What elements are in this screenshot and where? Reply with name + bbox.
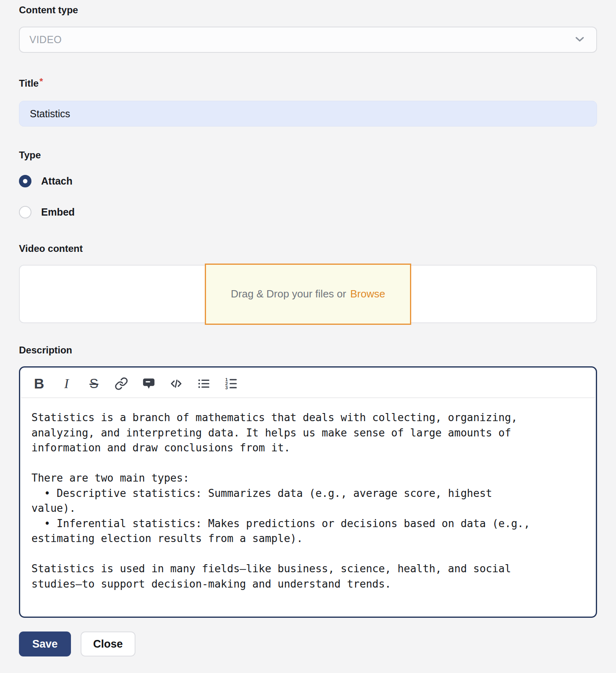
form-actions: Save Close — [19, 631, 597, 656]
content-type-label: Content type — [19, 4, 597, 16]
content-type-select[interactable]: VIDEO — [19, 27, 597, 53]
video-upload-container: Drag & Drop your files or Browse — [19, 265, 597, 323]
strikethrough-icon[interactable]: S — [86, 376, 102, 392]
ordered-list-icon[interactable]: 123 — [223, 376, 239, 392]
description-editor: B I S 123 Statistics is a branch of math… — [19, 366, 597, 618]
type-label: Type — [19, 149, 597, 161]
comment-icon[interactable] — [141, 376, 156, 392]
radio-label-attach: Attach — [41, 175, 73, 187]
italic-icon[interactable]: I — [59, 376, 74, 392]
dropzone-text: Drag & Drop your files or — [231, 288, 346, 300]
svg-text:3: 3 — [225, 385, 228, 390]
file-dropzone[interactable]: Drag & Drop your files or Browse — [205, 264, 411, 325]
chevron-down-icon — [573, 32, 587, 48]
radio-unselected-icon[interactable] — [19, 206, 31, 218]
bullet-list-icon[interactable] — [196, 376, 211, 392]
title-input[interactable] — [19, 101, 597, 127]
link-icon[interactable] — [114, 376, 129, 392]
content-type-value: VIDEO — [29, 34, 62, 46]
save-button[interactable]: Save — [19, 631, 71, 656]
video-content-label: Video content — [19, 243, 597, 255]
close-button[interactable]: Close — [81, 631, 135, 656]
browse-link[interactable]: Browse — [350, 288, 385, 300]
bold-icon[interactable]: B — [31, 376, 47, 392]
required-asterisk: * — [40, 76, 43, 86]
content-form: Content type VIDEO Title* Type Attach Em… — [19, 4, 597, 656]
title-label: Title* — [19, 75, 597, 89]
editor-toolbar: B I S 123 — [20, 368, 596, 397]
description-label: Description — [19, 344, 597, 356]
description-text[interactable]: Statistics is a branch of mathematics th… — [20, 398, 596, 617]
radio-option-attach[interactable]: Attach — [19, 175, 597, 187]
radio-selected-icon[interactable] — [19, 175, 31, 187]
code-icon[interactable] — [169, 376, 184, 392]
radio-label-embed: Embed — [41, 206, 75, 218]
radio-option-embed[interactable]: Embed — [19, 206, 597, 218]
